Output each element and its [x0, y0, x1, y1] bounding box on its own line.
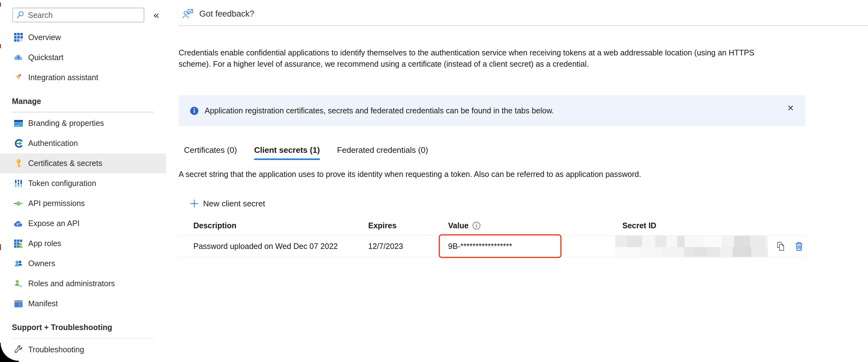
redaction-block: [685, 236, 704, 247]
people-icon: [14, 259, 23, 268]
collapse-sidebar-button[interactable]: «: [153, 10, 159, 20]
sidebar-item-roles-administrators[interactable]: Roles and administrators: [0, 274, 166, 294]
sidebar-item-quickstart[interactable]: Quickstart: [0, 47, 166, 67]
credential-tabs: Certificates (0) Client secrets (1) Fede…: [184, 145, 428, 160]
new-client-secret-label: New client secret: [203, 199, 265, 208]
close-icon[interactable]: ✕: [785, 103, 796, 113]
key-icon: [14, 159, 23, 168]
sidebar-item-api-permissions[interactable]: API permissions: [0, 194, 166, 213]
sidebar-item-owners[interactable]: Owners: [0, 254, 166, 274]
sidebar-section-manage: Manage: [0, 95, 166, 107]
azure-portal-certificates-secrets-page: « Overview Quickstart Integration assist…: [0, 0, 868, 362]
plus-icon: [190, 199, 199, 208]
search-input[interactable]: [28, 11, 134, 20]
sidebar-item-overview[interactable]: Overview: [0, 27, 166, 47]
browser-window-icon: www: [14, 119, 23, 128]
feedback-icon: [182, 7, 194, 20]
tab-certificates[interactable]: Certificates (0): [184, 145, 237, 160]
sidebar-item-label: Troubleshooting: [28, 345, 84, 354]
column-header-value: Value: [439, 221, 614, 230]
new-client-secret-button[interactable]: New client secret: [190, 197, 265, 210]
sidebar-item-token-configuration[interactable]: Token configuration: [0, 173, 166, 194]
copy-icon: [776, 241, 785, 252]
sidebar-item-branding-properties[interactable]: www Branding & properties: [0, 113, 166, 133]
redaction-block: [662, 247, 684, 257]
sidebar-item-label: Certificates & secrets: [28, 159, 102, 168]
sidebar-item-app-roles[interactable]: App roles: [0, 234, 166, 254]
main-content: Got feedback? Credentials enable confide…: [179, 0, 868, 362]
value-info-icon[interactable]: [472, 221, 481, 230]
tab-federated-credentials[interactable]: Federated credentials (0): [337, 145, 428, 160]
sidebar-item-label: Overview: [28, 33, 61, 42]
info-icon: [190, 107, 198, 115]
sidebar-search-box: [12, 8, 144, 22]
column-header-secret-id: Secret ID: [614, 221, 771, 230]
sidebar-item-label: Expose an API: [28, 219, 80, 228]
grid-person-icon: [14, 239, 23, 248]
redaction-block: [642, 236, 655, 247]
divider: [179, 25, 868, 26]
sidebar-item-integration-assistant[interactable]: Integration assistant: [0, 67, 166, 87]
secret-id-redaction: [615, 236, 768, 257]
redaction-block: [734, 236, 750, 247]
divider: [12, 112, 154, 112]
sidebar-item-label: Token configuration: [28, 179, 96, 188]
redaction-block: [765, 236, 768, 247]
sidebar-item-troubleshooting[interactable]: Troubleshooting: [0, 339, 166, 360]
redaction-block: [677, 236, 685, 247]
sidebar-item-authentication[interactable]: Authentication: [0, 133, 166, 154]
client-secrets-table: Description Expires Value Secret ID Pass…: [179, 216, 805, 257]
cloud-gears-icon: [14, 219, 23, 228]
row-actions: [771, 241, 805, 252]
overview-icon: [14, 33, 23, 42]
api-permissions-icon: [14, 199, 23, 208]
svg-text:www: www: [15, 124, 20, 126]
tab-client-secrets[interactable]: Client secrets (1): [254, 145, 320, 160]
sliders-icon: [14, 179, 23, 188]
screen-edge-artifact: [0, 244, 1, 250]
screen-edge-artifact: [0, 44, 1, 48]
client-secret-description: A secret string that the application use…: [179, 170, 641, 179]
redaction-block: [655, 236, 666, 247]
screen-edge-artifact: [0, 2, 1, 7]
secret-id-cell: [614, 236, 771, 257]
table-header-row: Description Expires Value Secret ID: [179, 216, 805, 235]
redaction-block: [720, 247, 733, 257]
sidebar-item-certificates-secrets[interactable]: Certificates & secrets: [0, 154, 166, 173]
redaction-block: [733, 247, 751, 257]
redaction-block: [640, 247, 662, 257]
redaction-block: [708, 247, 720, 257]
person-cube-icon: [14, 279, 23, 288]
redaction-block: [615, 236, 627, 247]
trash-icon: [794, 241, 804, 252]
sidebar-nav: Overview Quickstart Integration assistan…: [0, 27, 166, 360]
sidebar-item-label: Branding & properties: [28, 119, 104, 128]
sidebar-item-label: Roles and administrators: [28, 279, 115, 288]
divider: [12, 338, 154, 339]
redaction-block: [751, 247, 768, 257]
login-arrow-icon: [14, 139, 23, 148]
sidebar-item-expose-api[interactable]: Expose an API: [0, 213, 166, 234]
delete-button[interactable]: [794, 241, 804, 252]
sidebar-item-label: App roles: [28, 239, 61, 248]
rocket-icon: [14, 73, 23, 82]
search-icon: [16, 10, 25, 20]
sidebar-item-label: API permissions: [28, 199, 85, 208]
secret-expires-cell: 12/7/2023: [364, 242, 439, 251]
got-feedback-button[interactable]: Got feedback?: [182, 7, 254, 20]
sidebar-item-label: Owners: [28, 259, 55, 268]
secret-description-cell: Password uploaded on Wed Dec 07 2022: [179, 242, 364, 251]
svg-text:{ }: { }: [16, 303, 20, 306]
manifest-code-icon: { }: [14, 299, 23, 308]
sidebar: « Overview Quickstart Integration assist…: [0, 0, 166, 362]
sidebar-item-label: Authentication: [28, 139, 78, 148]
redaction-block: [666, 236, 677, 247]
sidebar-item-label: Manifest: [28, 299, 58, 308]
column-header-description: Description: [179, 221, 364, 230]
screen-corner-artifact: [0, 342, 19, 362]
table-row: Password uploaded on Wed Dec 07 2022 12/…: [179, 235, 805, 257]
sidebar-item-manifest[interactable]: { } Manifest: [0, 294, 166, 314]
redaction-block: [750, 236, 765, 247]
info-banner-text: Application registration certificates, s…: [205, 95, 554, 126]
copy-button[interactable]: [776, 241, 786, 252]
